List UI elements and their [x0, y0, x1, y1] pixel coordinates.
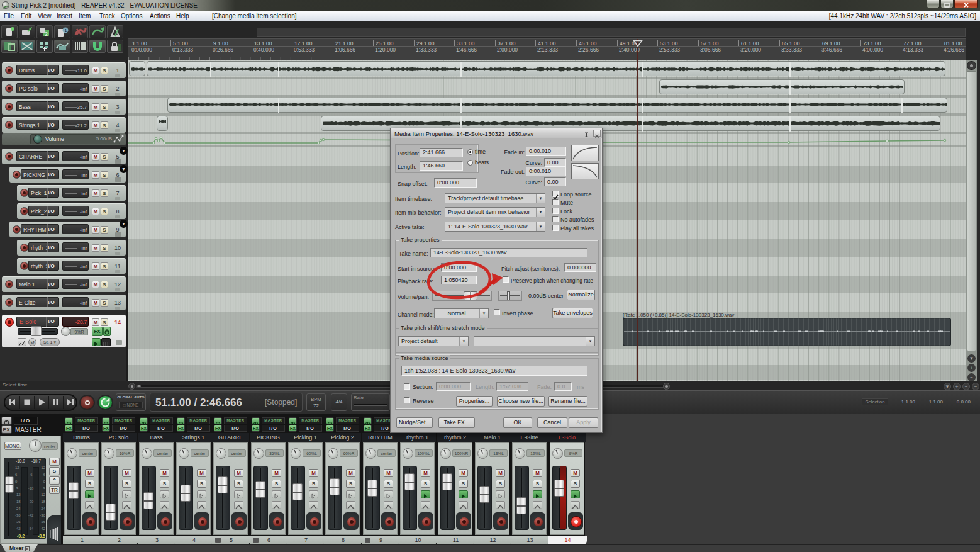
svg-text:1: 1 [65, 28, 67, 33]
svg-text:2: 2 [45, 31, 48, 37]
